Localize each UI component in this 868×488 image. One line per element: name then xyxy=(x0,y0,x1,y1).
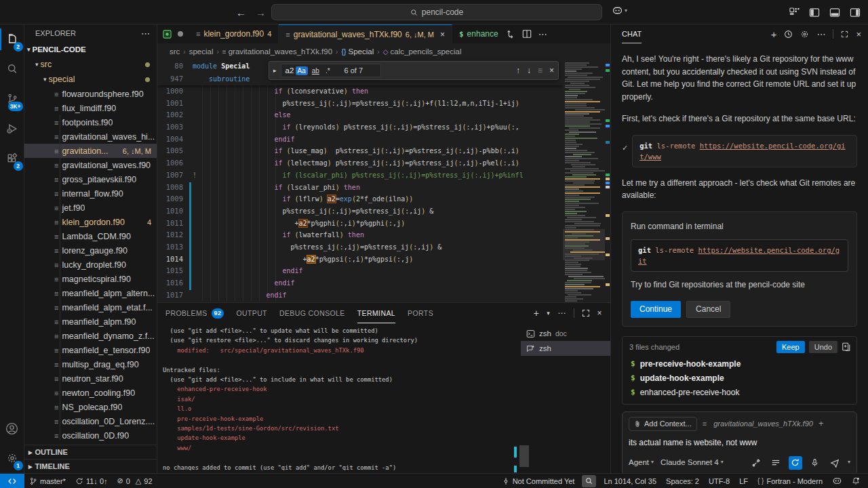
activity-run-debug[interactable] xyxy=(0,114,24,144)
find-collapse-icon[interactable]: ▸ xyxy=(273,67,277,74)
activity-explorer[interactable]: 2 xyxy=(0,24,24,54)
new-terminal-icon[interactable]: + xyxy=(534,308,540,319)
customize-layout-icon[interactable] xyxy=(788,6,800,18)
commit-status[interactable]: Not Committed Yet xyxy=(497,474,580,488)
breadcrumb-file[interactable]: gravitational_waves_hTXk.f90 xyxy=(229,47,332,56)
terminal-item-zsh-doc[interactable]: zsh doc xyxy=(521,326,610,341)
agent-mode-picker[interactable]: Agent▾ xyxy=(629,456,654,469)
tab-gravitational-waves-hTXk[interactable]: ≡ gravitational_waves_hTXk.f90 6, ↓M, M … xyxy=(279,24,452,43)
code-line[interactable]: 1014 +a2*p%gpsi(:,i)*p%gpsi(:,j) xyxy=(157,253,563,266)
explorer-file-item[interactable]: ≡meanfield_alpm.f90 xyxy=(24,314,157,329)
tab-ports[interactable]: PORTS xyxy=(408,303,433,323)
tools-icon[interactable] xyxy=(749,456,763,470)
copilot-menu[interactable]: ▾ xyxy=(612,5,627,16)
branch-status[interactable]: master* xyxy=(24,474,71,488)
explorer-folder-src[interactable]: ▾ src xyxy=(24,57,157,72)
activity-source-control[interactable]: 3K+ xyxy=(0,84,24,114)
explorer-file-item[interactable]: ≡jet.f90 xyxy=(24,201,157,215)
mic-icon[interactable] xyxy=(808,456,822,470)
panel-more-actions-icon[interactable]: ⋯ xyxy=(557,308,566,318)
remote-indicator[interactable] xyxy=(0,474,24,488)
code-line[interactable]: 1017 endif xyxy=(157,289,563,302)
explorer-file-item[interactable]: ≡meanfield_alpm_altern... xyxy=(24,286,157,300)
send-icon[interactable] xyxy=(828,456,842,470)
tab-terminal[interactable]: TERMINAL xyxy=(357,303,395,323)
tab-problems[interactable]: PROBLEMS 92 xyxy=(165,303,224,323)
explorer-file-item[interactable]: ≡NS_polecap.f90 xyxy=(24,400,157,414)
notifications-bell[interactable] xyxy=(847,474,868,488)
current-file-chip[interactable]: ≡ gravitational_waves_hTXk.f90 xyxy=(701,417,814,431)
code-line[interactable]: 1005 if (luse_mag) p%stress_ij(:,ij)=p%s… xyxy=(157,145,563,157)
nav-back-icon[interactable]: ← xyxy=(236,7,246,18)
toggle-panel-icon[interactable] xyxy=(829,6,841,18)
chat-settings-gear-icon[interactable] xyxy=(800,30,809,39)
explorer-file-item[interactable]: ≡gravitational_waves.f90 xyxy=(24,158,157,172)
explorer-file-item[interactable]: ≡klein_gordon.f904 xyxy=(24,215,157,229)
terminal-dropdown-icon[interactable]: ▾ xyxy=(547,310,550,317)
explorer-more-actions-icon[interactable]: ⋯ xyxy=(141,28,150,39)
close-panel-icon[interactable]: × xyxy=(597,308,602,318)
code-area[interactable]: 80module Special947 subroutine 1000 if (… xyxy=(157,60,563,302)
close-tab-icon[interactable]: × xyxy=(440,30,445,39)
code-line[interactable]: 1012 if (lwaterfall) then xyxy=(157,229,563,241)
continue-button[interactable]: Continue xyxy=(631,301,681,318)
code-line[interactable]: 1000 if (lconservative) then xyxy=(157,85,563,98)
chat-history-icon[interactable] xyxy=(784,30,793,39)
changed-file-item[interactable]: $pre-receive-hook-example xyxy=(623,357,856,371)
indentation[interactable]: Spaces: 2 xyxy=(661,474,704,488)
chat-input-box[interactable]: Add Context... ≡ gravitational_waves_hTX… xyxy=(622,411,857,473)
explorer-file-item[interactable]: ≡meanfield_dynamo_z.f... xyxy=(24,329,157,343)
editor-more-actions-icon[interactable]: ⋯ xyxy=(538,29,547,39)
terminal-output[interactable]: (use "git add <file>..." to update what … xyxy=(163,326,515,470)
explorer-root-pencil-code[interactable]: ▾ PENCIL-CODE xyxy=(24,42,157,57)
explorer-file-item[interactable]: ≡newton_cooling.f90 xyxy=(24,386,157,400)
new-chat-icon[interactable]: + xyxy=(771,28,777,40)
eol[interactable]: LF xyxy=(734,474,753,488)
explorer-file-item[interactable]: ≡meanfield_alpm_etat.f... xyxy=(24,300,157,314)
explorer-folder-special[interactable]: ▾ special xyxy=(24,72,157,87)
toggle-sidebar-icon[interactable] xyxy=(808,6,821,18)
explorer-file-item[interactable]: ≡oscillation_0D.f90 xyxy=(24,428,157,443)
keep-button[interactable]: Keep xyxy=(776,341,805,353)
code-line[interactable]: 1004 endif xyxy=(157,134,563,146)
sync-status[interactable]: 11↓ 0↑ xyxy=(71,474,113,488)
activity-accounts[interactable] xyxy=(0,413,24,443)
code-line[interactable]: 1011 +a2*p%gphi(:,i)*p%gphi(:,j) xyxy=(157,218,563,230)
explorer-file-item[interactable]: ≡flux_limdiff.f90 xyxy=(24,101,157,115)
explorer-file-item[interactable]: ≡multisp_drag_eq.f90 xyxy=(24,357,157,371)
language-mode[interactable]: { } Fortran - Modern xyxy=(753,474,827,488)
explorer-file-item[interactable]: ≡gravitation...6, ↓M, M xyxy=(24,144,157,158)
instructions-icon[interactable] xyxy=(769,456,783,470)
explorer-file-item[interactable]: ≡lorenz_gauge.f90 xyxy=(24,243,157,258)
changed-file-item[interactable]: $update-hook-example xyxy=(623,371,856,386)
chat-more-actions-icon[interactable]: ⋯ xyxy=(816,29,825,39)
find-previous-icon[interactable]: ↑ xyxy=(516,66,520,75)
tab-klein-gordon[interactable]: ≡ klein_gordon.f90 4 xyxy=(189,24,279,43)
code-line[interactable]: 1001 p%stress_ij(:,ij)=p%stress_ij(:,ij)… xyxy=(157,98,563,110)
changed-file-item[interactable]: $enhanced-pre-receive-hook xyxy=(623,386,856,400)
explorer-file-item[interactable]: ≡neutron_star.f90 xyxy=(24,371,157,386)
editor-decoration-green-square-icon[interactable] xyxy=(163,30,172,39)
breadcrumb-special[interactable]: special xyxy=(189,47,214,56)
breadcrumb-symbol[interactable]: calc_pencils_special xyxy=(391,47,462,56)
add-attachment-icon[interactable]: + xyxy=(818,418,824,430)
find-next-icon[interactable]: ↓ xyxy=(527,66,531,75)
explorer-file-item[interactable]: ≡gravitational_waves_hi... xyxy=(24,129,157,144)
explorer-file-item[interactable]: ≡meanfield_e_tensor.f90 xyxy=(24,343,157,357)
view-diff-icon[interactable] xyxy=(842,342,851,352)
problems-status[interactable]: ⊘ 0 △ 92 xyxy=(113,474,157,488)
regex-toggle[interactable]: .* xyxy=(323,66,332,75)
explorer-file-item[interactable]: ≡oscillation_0D_Lorenz.... xyxy=(24,414,157,428)
explorer-file-item[interactable]: ≡internal_flow.f90 xyxy=(24,186,157,201)
activity-search[interactable] xyxy=(0,54,24,84)
minimap[interactable] xyxy=(563,60,605,302)
breadcrumb-src[interactable]: src xyxy=(170,47,180,56)
code-line[interactable]: 1008 if (lscalar_phi) then xyxy=(157,182,563,194)
whole-word-toggle[interactable]: ab xyxy=(310,66,321,75)
explorer-file-item[interactable]: ≡magneticspiral.f90 xyxy=(24,272,157,286)
breadcrumb-module[interactable]: Special xyxy=(348,47,374,56)
timeline-section[interactable]: ▸ TIMELINE xyxy=(24,459,157,473)
cancel-button[interactable]: Cancel xyxy=(686,301,730,318)
open-changes-icon[interactable] xyxy=(506,29,515,39)
auto-approve-sync-icon[interactable] xyxy=(789,456,802,470)
